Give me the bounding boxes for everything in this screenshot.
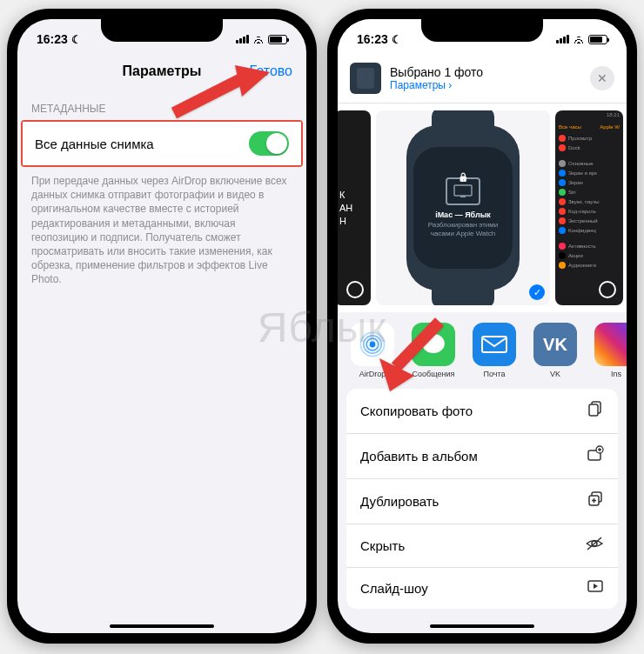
peek-header: Apple W (600, 124, 620, 130)
watch-image: iMac — Яблык Разблокирован этими часами … (406, 125, 520, 290)
notch (421, 19, 543, 42)
photo-next-peek[interactable]: 18:21 Все часы Apple W Просмотр Dock Осн… (555, 110, 623, 305)
battery-icon (588, 35, 607, 44)
highlighted-row: Все данные снимка (21, 120, 303, 167)
peek-item: Код-пароль (568, 209, 596, 214)
hide-action[interactable]: Скрыть (346, 524, 618, 568)
action-label: Скрыть (360, 538, 405, 553)
page-title: Параметры (123, 63, 202, 79)
mail-icon (473, 323, 516, 366)
duplicate-icon (587, 490, 604, 512)
instagram-icon (594, 323, 627, 366)
peek-line: АН (339, 202, 352, 215)
done-button[interactable]: Готово (250, 63, 292, 79)
peek-header: Все часы (559, 124, 581, 130)
peek-item: Аудиокниги (568, 263, 596, 268)
peek-item: Dock (568, 145, 580, 150)
eye-slash-icon (585, 536, 604, 556)
mail-app[interactable]: Почта (470, 323, 519, 378)
status-time: 16:23 (357, 32, 388, 46)
close-button[interactable]: ✕ (590, 66, 614, 90)
vk-app[interactable]: VK VK (531, 323, 580, 378)
peek-line: К (339, 189, 352, 202)
peek-item: Акции (568, 253, 583, 258)
action-label: Скопировать фото (360, 404, 473, 418)
instagram-app[interactable]: Ins (592, 323, 627, 378)
svg-point-6 (422, 334, 445, 353)
monitor-lock-icon (446, 177, 480, 205)
phone-left: 16:23 Параметры Готово МЕТАДАННЫЕ Все да… (7, 9, 317, 644)
share-options-link[interactable]: Параметры › (390, 79, 581, 91)
copy-photo-action[interactable]: Скопировать фото (346, 389, 618, 434)
screen-left: 16:23 Параметры Готово МЕТАДАННЫЕ Все да… (17, 19, 306, 633)
photo-prev-peek[interactable]: К АН Н (338, 110, 371, 305)
wifi-icon (573, 35, 585, 43)
app-label: VK (550, 370, 560, 378)
svg-point-2 (370, 342, 376, 348)
svg-rect-0 (454, 185, 472, 196)
peek-item: Экран (568, 180, 583, 185)
messages-app[interactable]: Сообщения (409, 323, 458, 378)
share-thumbnail (350, 63, 381, 94)
signal-icon (236, 35, 249, 43)
copy-icon (587, 400, 604, 422)
home-indicator[interactable] (430, 624, 534, 628)
toggle-label: Все данные снимка (35, 137, 154, 151)
action-label: Слайд-шоу (360, 581, 428, 596)
svg-rect-1 (460, 196, 466, 197)
peek-item: Конфиденц (568, 228, 596, 233)
svg-line-15 (587, 537, 601, 550)
app-label: Ins (611, 370, 621, 378)
home-indicator[interactable] (110, 624, 214, 628)
toggle-description: При передаче данных через AirDrop включе… (17, 167, 306, 294)
peek-item: Звуки, паузы (568, 199, 600, 204)
airdrop-app[interactable]: AirDrop (348, 323, 397, 378)
section-label: МЕТАДАННЫЕ (17, 89, 306, 120)
slideshow-action[interactable]: Слайд-шоу (346, 568, 618, 609)
selected-check-icon: ✓ (529, 284, 545, 300)
peek-item: Экран и ярк (568, 170, 597, 176)
messages-icon (412, 323, 455, 366)
svg-rect-9 (589, 404, 598, 416)
app-label: Сообщения (413, 370, 455, 378)
share-title: Выбрано 1 фото (390, 65, 581, 79)
wifi-icon (252, 35, 265, 43)
watch-subtitle: Разблокирован этими часами Apple Watch (420, 221, 506, 237)
nav-header: Параметры Готово (17, 54, 306, 89)
action-label: Добавить в альбом (360, 449, 478, 464)
duplicate-action[interactable]: Дублировать (346, 479, 618, 524)
action-list: Скопировать фото Добавить в альбом Дубли… (346, 389, 618, 609)
peek-item: Экстренный (568, 218, 598, 224)
notch (101, 19, 223, 42)
peek-line: Н (339, 215, 352, 228)
lens-icon (599, 281, 616, 298)
action-label: Дублировать (360, 494, 439, 509)
phone-right: 16:23 Выбрано 1 фото Параметры › ✕ К АН (327, 9, 637, 644)
peek-item: Siri (568, 190, 576, 195)
battery-icon (268, 35, 287, 44)
photo-preview-strip[interactable]: К АН Н iMac — Яблык Разблокир (338, 103, 627, 312)
all-photo-data-row[interactable]: Все данные снимка (23, 122, 301, 165)
share-sheet-header: Выбрано 1 фото Параметры › ✕ (338, 54, 627, 103)
peek-item: Активность (568, 244, 596, 249)
all-photo-data-toggle[interactable] (249, 131, 289, 156)
peek-item: Основные (568, 161, 593, 166)
add-to-album-action[interactable]: Добавить в альбом (346, 434, 618, 479)
dnd-icon (392, 32, 402, 46)
photo-selected[interactable]: iMac — Яблык Разблокирован этими часами … (376, 110, 550, 305)
play-rect-icon (587, 579, 604, 597)
app-label: Почта (484, 370, 506, 378)
peek-item: Просмотр (568, 136, 592, 141)
status-time: 16:23 (37, 32, 68, 46)
share-apps-row[interactable]: AirDrop Сообщения Почта VK VK Ins (338, 312, 627, 389)
svg-rect-7 (482, 337, 506, 352)
album-plus-icon (587, 445, 604, 467)
vk-icon: VK (533, 323, 577, 366)
app-label: AirDrop (359, 370, 386, 378)
watch-title: iMac — Яблык (435, 210, 491, 219)
dnd-icon (71, 32, 82, 46)
lens-icon (346, 281, 364, 298)
airdrop-icon (351, 323, 394, 366)
signal-icon (556, 35, 569, 43)
screen-right: 16:23 Выбрано 1 фото Параметры › ✕ К АН (338, 19, 627, 633)
